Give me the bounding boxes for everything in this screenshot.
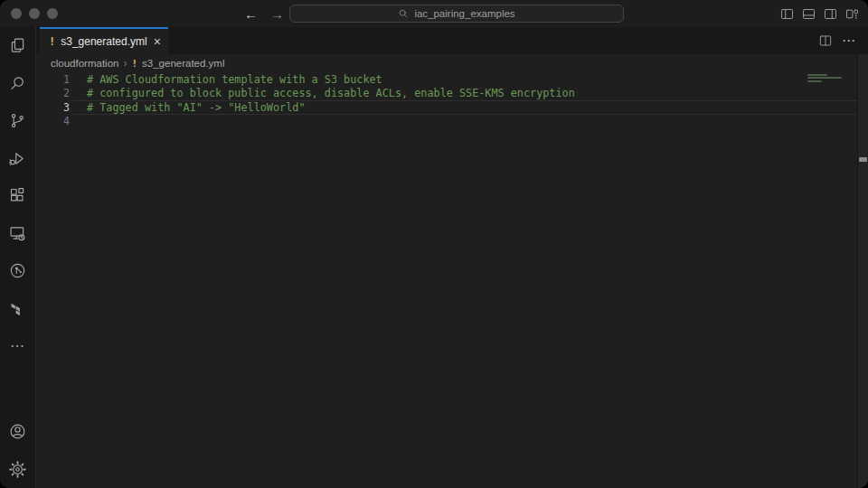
toggle-primary-sidebar-icon[interactable] [779, 6, 795, 22]
line-number[interactable]: 1 [36, 73, 70, 86]
code-line[interactable]: 3# Tagged with "AI" -> "HelloWorld" [36, 100, 868, 115]
back-arrow-icon[interactable]: ← [244, 6, 258, 22]
activity-bar-spacer [0, 365, 35, 414]
line-number[interactable]: 4 [36, 115, 70, 127]
line-number[interactable]: 2 [36, 87, 70, 99]
file-warning-icon: ! [131, 58, 137, 70]
tab-bar: ! s3_generated.yml × ⋯ [36, 27, 868, 54]
sidebar-item-run-debug[interactable] [0, 140, 35, 178]
line-content: # configured to block public access, dis… [71, 87, 857, 101]
code-line[interactable]: 4 [36, 115, 868, 129]
breadcrumb-folder[interactable]: cloudformation [51, 58, 118, 69]
sidebar-item-accounts[interactable] [0, 413, 35, 451]
toggle-secondary-sidebar-icon[interactable] [823, 6, 838, 22]
activity-bar: ⋯ [0, 27, 36, 488]
command-center[interactable]: iac_pairing_examples [289, 5, 624, 23]
line-content [71, 115, 857, 129]
tab-s3-generated-yml[interactable]: ! s3_generated.yml × [40, 27, 168, 54]
toggle-panel-icon[interactable] [801, 6, 816, 22]
gear-icon [8, 460, 27, 479]
extensions-icon [8, 186, 27, 205]
git-graph-icon [8, 261, 27, 280]
line-number[interactable]: 3 [36, 101, 70, 114]
sidebar-item-extensions[interactable] [0, 177, 35, 215]
code-line[interactable]: 1# AWS Cloudformation template with a S3… [36, 72, 868, 87]
files-icon [8, 36, 27, 55]
editor-more-actions-icon[interactable]: ⋯ [842, 33, 855, 49]
tab-label: s3_generated.yml [61, 35, 148, 48]
code-line[interactable]: 2# configured to block public access, di… [36, 87, 868, 101]
sidebar-item-terraform[interactable] [0, 290, 35, 328]
command-center-text: iac_pairing_examples [414, 8, 514, 19]
account-icon [8, 422, 27, 441]
sidebar-item-source-control[interactable] [0, 102, 35, 140]
search-icon [398, 8, 409, 19]
overview-ruler[interactable] [857, 54, 868, 488]
file-warning-icon: ! [49, 35, 55, 48]
traffic-lights [11, 8, 58, 19]
traffic-light-close[interactable] [11, 8, 22, 19]
breadcrumb: cloudformation › ! s3_generated.yml [36, 54, 868, 72]
line-content: # Tagged with "AI" -> "HelloWorld" [71, 100, 857, 115]
customize-layout-icon[interactable] [844, 6, 860, 22]
code-editor[interactable]: 1# AWS Cloudformation template with a S3… [36, 72, 868, 488]
scrollbar-handle[interactable] [859, 157, 867, 162]
sidebar-item-search[interactable] [0, 65, 35, 103]
sidebar-item-more[interactable]: ⋯ [0, 327, 35, 365]
forward-arrow-icon[interactable]: → [270, 6, 284, 22]
remote-explorer-icon [8, 224, 27, 243]
search-icon [8, 74, 27, 93]
split-editor-icon[interactable] [818, 33, 833, 48]
sidebar-item-git-graph[interactable] [0, 252, 35, 290]
title-bar: ← → iac_pairing_examples [0, 0, 868, 27]
terraform-icon [8, 299, 27, 318]
git-branch-icon [8, 111, 27, 130]
sidebar-item-settings[interactable] [0, 451, 35, 488]
line-content: # AWS Cloudformation template with a S3 … [71, 72, 857, 87]
traffic-light-maximize[interactable] [47, 8, 58, 19]
run-debug-icon [8, 149, 27, 168]
traffic-light-minimize[interactable] [29, 8, 40, 19]
sidebar-item-remote-explorer[interactable] [0, 215, 35, 253]
sidebar-item-explorer[interactable] [0, 27, 35, 65]
minimap[interactable] [807, 74, 848, 83]
code-lines: 1# AWS Cloudformation template with a S3… [36, 72, 868, 128]
tab-close-icon[interactable]: × [154, 35, 161, 48]
chevron-right-icon: › [123, 57, 127, 70]
breadcrumb-file[interactable]: s3_generated.yml [142, 58, 224, 69]
vscode-window: ← → iac_pairing_examples [0, 0, 868, 488]
editor-group: ! s3_generated.yml × ⋯ cloudformation › … [36, 27, 868, 488]
